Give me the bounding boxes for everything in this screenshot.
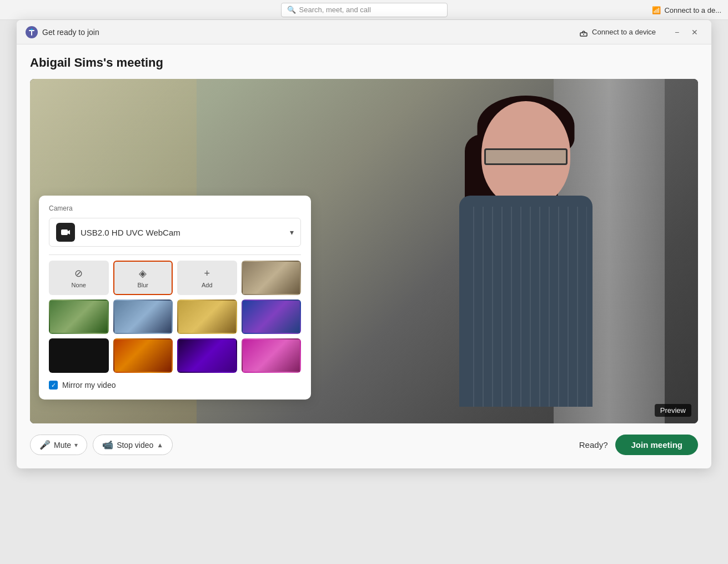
bg-option-abstract1[interactable] xyxy=(242,300,302,334)
add-label: Add xyxy=(202,282,213,288)
meeting-title: Abigail Sims's meeting xyxy=(30,56,698,70)
bg-option-golden[interactable] xyxy=(177,300,237,334)
bg-option-purple[interactable] xyxy=(177,338,237,373)
bg-option-add[interactable]: + Add xyxy=(177,261,237,295)
video-camera-icon: 📹 xyxy=(102,440,113,450)
search-bar[interactable]: 🔍 Search, meet, and call xyxy=(281,3,448,17)
bg-option-black1[interactable] xyxy=(49,338,109,373)
mute-label: Mute xyxy=(54,441,71,450)
camera-section-label: Camera xyxy=(49,204,301,212)
person-body xyxy=(459,196,593,407)
close-button[interactable]: ✕ xyxy=(687,24,702,40)
preview-badge: Preview xyxy=(655,404,691,417)
mirror-row: ✓ Mirror my video xyxy=(49,381,301,390)
bottom-right-controls: Ready? Join meeting xyxy=(579,435,698,455)
divider xyxy=(49,254,301,255)
svg-point-3 xyxy=(583,34,584,35)
checkmark-icon: ✓ xyxy=(51,382,56,389)
blur-icon: ◈ xyxy=(139,267,147,279)
bg-option-forest[interactable] xyxy=(49,300,109,334)
get-ready-dialog: Get ready to join Connect to a device − … xyxy=(17,20,711,468)
camera-device-select[interactable]: USB2.0 HD UVC WebCam ▾ xyxy=(49,218,301,247)
video-preview-area: Preview Camera USB2.0 HD UVC WebCam ▾ xyxy=(30,79,698,423)
bottom-left-controls: 🎤 Mute ▾ 📹 Stop video ▲ xyxy=(30,435,173,455)
titlebar-right: Connect to a device − ✕ xyxy=(574,24,702,40)
ready-text: Ready? xyxy=(579,440,608,450)
video-person xyxy=(409,101,642,412)
connect-device-text: Connect to a de... xyxy=(664,6,721,14)
stop-video-chevron-icon: ▲ xyxy=(157,441,163,449)
camera-device-icon xyxy=(56,223,75,242)
stop-video-button[interactable]: 📹 Stop video ▲ xyxy=(93,435,173,455)
camera-icon xyxy=(61,227,71,237)
wifi-device-icon xyxy=(579,27,589,37)
bottom-controls: 🎤 Mute ▾ 📹 Stop video ▲ Ready? Join meet… xyxy=(30,435,698,455)
connect-device-label: Connect to a device xyxy=(592,28,656,36)
bg-option-blur[interactable]: ◈ Blur Blur xyxy=(113,261,173,295)
minimize-button[interactable]: − xyxy=(669,24,685,40)
bg-option-none[interactable]: ⊘ None xyxy=(49,261,109,295)
top-bar: 🔍 Search, meet, and call 📶 Connect to a … xyxy=(0,0,728,20)
svg-marker-5 xyxy=(68,230,70,234)
connect-device-button[interactable]: Connect to a device xyxy=(574,25,660,39)
search-placeholder: Search, meet, and call xyxy=(299,6,371,14)
bg-option-office[interactable] xyxy=(242,261,302,295)
titlebar-actions: − ✕ xyxy=(669,24,702,40)
dialog-content: Abigail Sims's meeting Prev xyxy=(17,44,711,468)
add-icon: + xyxy=(204,268,210,279)
person-head xyxy=(481,101,570,207)
camera-name: USB2.0 HD UVC WebCam xyxy=(81,228,284,237)
camera-panel: Camera USB2.0 HD UVC WebCam ▾ xyxy=(39,196,311,400)
bg-option-mountains[interactable] xyxy=(113,300,173,334)
blur-label: Blur xyxy=(137,282,148,288)
svg-point-1 xyxy=(31,28,33,30)
mute-chevron-icon: ▾ xyxy=(74,441,78,449)
bg-option-pink[interactable] xyxy=(242,338,302,373)
dialog-titlebar: Get ready to join Connect to a device − … xyxy=(17,20,711,44)
bg-option-fire[interactable] xyxy=(113,338,173,373)
search-icon: 🔍 xyxy=(287,6,296,14)
join-meeting-button[interactable]: Join meeting xyxy=(615,435,698,455)
microphone-icon: 🎤 xyxy=(39,440,51,450)
dialog-title: Get ready to join xyxy=(42,28,99,37)
camera-chevron-icon: ▾ xyxy=(290,228,294,237)
mirror-checkbox[interactable]: ✓ xyxy=(49,381,58,390)
top-bar-right: 📶 Connect to a de... xyxy=(652,0,728,20)
background-options-grid: ⊘ None ◈ Blur Blur + Add xyxy=(49,261,301,373)
svg-rect-4 xyxy=(61,229,68,235)
mirror-label: Mirror my video xyxy=(62,381,116,390)
person-glasses xyxy=(484,148,568,165)
none-label: None xyxy=(72,282,86,288)
mute-button[interactable]: 🎤 Mute ▾ xyxy=(30,435,87,455)
teams-logo-icon xyxy=(26,26,38,38)
none-icon: ⊘ xyxy=(74,267,83,279)
stop-video-label: Stop video xyxy=(117,441,153,450)
wifi-icon: 📶 xyxy=(652,6,661,14)
